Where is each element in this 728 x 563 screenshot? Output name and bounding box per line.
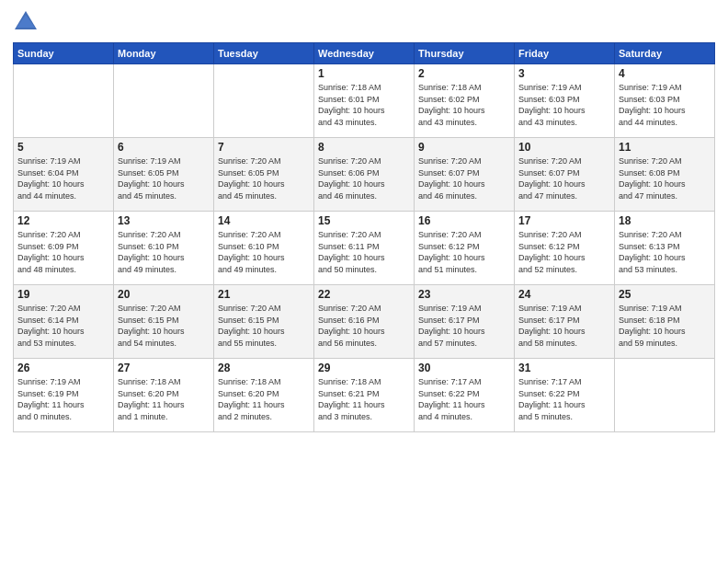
day-number: 25 bbox=[619, 288, 711, 301]
calendar-header-thursday: Thursday bbox=[415, 43, 515, 64]
day-info: Sunrise: 7:20 AM Sunset: 6:05 PM Dayligh… bbox=[218, 155, 310, 201]
day-number: 12 bbox=[17, 214, 109, 227]
page: SundayMondayTuesdayWednesdayThursdayFrid… bbox=[0, 0, 728, 563]
calendar-cell: 23Sunrise: 7:19 AM Sunset: 6:17 PM Dayli… bbox=[415, 285, 515, 359]
day-number: 30 bbox=[418, 362, 510, 374]
calendar-header-saturday: Saturday bbox=[615, 43, 715, 64]
svg-marker-1 bbox=[17, 15, 35, 28]
calendar-cell bbox=[214, 64, 314, 138]
day-info: Sunrise: 7:18 AM Sunset: 6:20 PM Dayligh… bbox=[218, 376, 310, 422]
calendar-cell: 12Sunrise: 7:20 AM Sunset: 6:09 PM Dayli… bbox=[14, 212, 114, 285]
day-number: 18 bbox=[619, 214, 711, 227]
calendar-week-row: 12Sunrise: 7:20 AM Sunset: 6:09 PM Dayli… bbox=[14, 212, 715, 285]
calendar-cell: 3Sunrise: 7:19 AM Sunset: 6:03 PM Daylig… bbox=[515, 64, 615, 138]
day-number: 27 bbox=[118, 362, 210, 374]
calendar-header-tuesday: Tuesday bbox=[214, 43, 314, 64]
calendar-cell: 9Sunrise: 7:20 AM Sunset: 6:07 PM Daylig… bbox=[415, 138, 515, 212]
calendar-header-row: SundayMondayTuesdayWednesdayThursdayFrid… bbox=[14, 43, 715, 64]
day-info: Sunrise: 7:20 AM Sunset: 6:12 PM Dayligh… bbox=[518, 229, 610, 275]
day-info: Sunrise: 7:20 AM Sunset: 6:11 PM Dayligh… bbox=[318, 229, 410, 275]
day-info: Sunrise: 7:17 AM Sunset: 6:22 PM Dayligh… bbox=[418, 376, 510, 422]
logo-icon bbox=[13, 9, 39, 35]
day-number: 23 bbox=[418, 288, 510, 301]
calendar-cell: 24Sunrise: 7:19 AM Sunset: 6:17 PM Dayli… bbox=[515, 285, 615, 359]
calendar-cell bbox=[114, 64, 214, 138]
day-info: Sunrise: 7:19 AM Sunset: 6:03 PM Dayligh… bbox=[619, 82, 711, 128]
day-info: Sunrise: 7:20 AM Sunset: 6:15 PM Dayligh… bbox=[118, 303, 210, 349]
calendar-table: SundayMondayTuesdayWednesdayThursdayFrid… bbox=[13, 42, 715, 432]
day-number: 22 bbox=[318, 288, 410, 301]
calendar-cell: 31Sunrise: 7:17 AM Sunset: 6:22 PM Dayli… bbox=[515, 359, 615, 432]
calendar-header-monday: Monday bbox=[114, 43, 214, 64]
calendar-cell: 15Sunrise: 7:20 AM Sunset: 6:11 PM Dayli… bbox=[314, 212, 415, 285]
day-number: 2 bbox=[418, 67, 510, 80]
day-info: Sunrise: 7:19 AM Sunset: 6:17 PM Dayligh… bbox=[518, 303, 610, 349]
calendar-header-friday: Friday bbox=[515, 43, 615, 64]
calendar-cell: 5Sunrise: 7:19 AM Sunset: 6:04 PM Daylig… bbox=[14, 138, 114, 212]
calendar-week-row: 1Sunrise: 7:18 AM Sunset: 6:01 PM Daylig… bbox=[14, 64, 715, 138]
calendar-cell: 1Sunrise: 7:18 AM Sunset: 6:01 PM Daylig… bbox=[314, 64, 415, 138]
day-info: Sunrise: 7:20 AM Sunset: 6:13 PM Dayligh… bbox=[619, 229, 711, 275]
calendar-cell: 16Sunrise: 7:20 AM Sunset: 6:12 PM Dayli… bbox=[415, 212, 515, 285]
day-number: 6 bbox=[118, 141, 210, 154]
day-number: 29 bbox=[318, 362, 410, 374]
day-info: Sunrise: 7:20 AM Sunset: 6:09 PM Dayligh… bbox=[17, 229, 109, 275]
day-info: Sunrise: 7:20 AM Sunset: 6:15 PM Dayligh… bbox=[218, 303, 310, 349]
day-number: 9 bbox=[418, 141, 510, 154]
calendar-cell: 22Sunrise: 7:20 AM Sunset: 6:16 PM Dayli… bbox=[314, 285, 415, 359]
calendar-cell: 8Sunrise: 7:20 AM Sunset: 6:06 PM Daylig… bbox=[314, 138, 415, 212]
calendar-header-wednesday: Wednesday bbox=[314, 43, 415, 64]
day-number: 14 bbox=[218, 214, 310, 227]
calendar-cell bbox=[615, 359, 715, 432]
day-number: 19 bbox=[17, 288, 109, 301]
day-info: Sunrise: 7:17 AM Sunset: 6:22 PM Dayligh… bbox=[518, 376, 610, 422]
day-number: 21 bbox=[218, 288, 310, 301]
calendar-cell: 6Sunrise: 7:19 AM Sunset: 6:05 PM Daylig… bbox=[114, 138, 214, 212]
day-info: Sunrise: 7:18 AM Sunset: 6:20 PM Dayligh… bbox=[118, 376, 210, 422]
day-number: 1 bbox=[318, 67, 410, 80]
header bbox=[13, 9, 715, 35]
day-number: 13 bbox=[118, 214, 210, 227]
calendar-cell: 20Sunrise: 7:20 AM Sunset: 6:15 PM Dayli… bbox=[114, 285, 214, 359]
day-info: Sunrise: 7:20 AM Sunset: 6:06 PM Dayligh… bbox=[318, 155, 410, 201]
day-info: Sunrise: 7:18 AM Sunset: 6:02 PM Dayligh… bbox=[418, 82, 510, 128]
day-number: 26 bbox=[17, 362, 109, 374]
day-number: 17 bbox=[518, 214, 610, 227]
calendar-cell: 14Sunrise: 7:20 AM Sunset: 6:10 PM Dayli… bbox=[214, 212, 314, 285]
calendar-cell: 10Sunrise: 7:20 AM Sunset: 6:07 PM Dayli… bbox=[515, 138, 615, 212]
day-number: 7 bbox=[218, 141, 310, 154]
day-info: Sunrise: 7:20 AM Sunset: 6:10 PM Dayligh… bbox=[218, 229, 310, 275]
day-info: Sunrise: 7:18 AM Sunset: 6:01 PM Dayligh… bbox=[318, 82, 410, 128]
day-number: 3 bbox=[518, 67, 610, 80]
day-info: Sunrise: 7:19 AM Sunset: 6:03 PM Dayligh… bbox=[518, 82, 610, 128]
calendar-header-sunday: Sunday bbox=[14, 43, 114, 64]
calendar-cell bbox=[14, 64, 114, 138]
day-info: Sunrise: 7:20 AM Sunset: 6:07 PM Dayligh… bbox=[418, 155, 510, 201]
calendar-cell: 11Sunrise: 7:20 AM Sunset: 6:08 PM Dayli… bbox=[615, 138, 715, 212]
calendar-cell: 28Sunrise: 7:18 AM Sunset: 6:20 PM Dayli… bbox=[214, 359, 314, 432]
calendar-cell: 30Sunrise: 7:17 AM Sunset: 6:22 PM Dayli… bbox=[415, 359, 515, 432]
calendar-cell: 26Sunrise: 7:19 AM Sunset: 6:19 PM Dayli… bbox=[14, 359, 114, 432]
logo bbox=[13, 9, 42, 35]
day-info: Sunrise: 7:20 AM Sunset: 6:10 PM Dayligh… bbox=[118, 229, 210, 275]
day-number: 10 bbox=[518, 141, 610, 154]
day-info: Sunrise: 7:20 AM Sunset: 6:07 PM Dayligh… bbox=[518, 155, 610, 201]
calendar-cell: 29Sunrise: 7:18 AM Sunset: 6:21 PM Dayli… bbox=[314, 359, 415, 432]
day-number: 11 bbox=[619, 141, 711, 154]
calendar-cell: 19Sunrise: 7:20 AM Sunset: 6:14 PM Dayli… bbox=[14, 285, 114, 359]
day-number: 15 bbox=[318, 214, 410, 227]
day-info: Sunrise: 7:19 AM Sunset: 6:18 PM Dayligh… bbox=[619, 303, 711, 349]
day-number: 28 bbox=[218, 362, 310, 374]
calendar-cell: 25Sunrise: 7:19 AM Sunset: 6:18 PM Dayli… bbox=[615, 285, 715, 359]
day-info: Sunrise: 7:20 AM Sunset: 6:08 PM Dayligh… bbox=[619, 155, 711, 201]
calendar-week-row: 5Sunrise: 7:19 AM Sunset: 6:04 PM Daylig… bbox=[14, 138, 715, 212]
calendar-cell: 4Sunrise: 7:19 AM Sunset: 6:03 PM Daylig… bbox=[615, 64, 715, 138]
day-number: 5 bbox=[17, 141, 109, 154]
calendar-cell: 18Sunrise: 7:20 AM Sunset: 6:13 PM Dayli… bbox=[615, 212, 715, 285]
calendar-cell: 7Sunrise: 7:20 AM Sunset: 6:05 PM Daylig… bbox=[214, 138, 314, 212]
day-number: 16 bbox=[418, 214, 510, 227]
day-number: 8 bbox=[318, 141, 410, 154]
day-number: 24 bbox=[518, 288, 610, 301]
day-number: 20 bbox=[118, 288, 210, 301]
calendar-week-row: 26Sunrise: 7:19 AM Sunset: 6:19 PM Dayli… bbox=[14, 359, 715, 432]
